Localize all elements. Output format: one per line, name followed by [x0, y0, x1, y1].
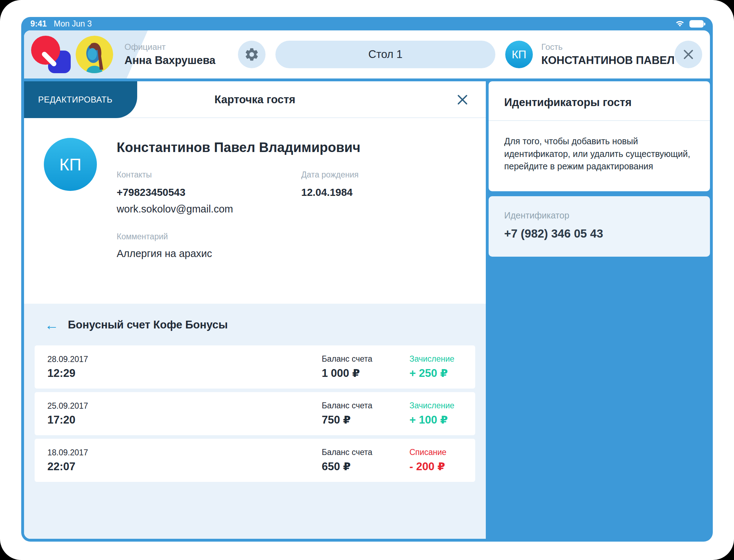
guest-name: КОНСТАНТИНОВ ПАВЕЛ [541, 54, 675, 67]
contacts-label: Контакты [117, 170, 301, 180]
guest-comment: Аллергия на арахис [117, 248, 360, 259]
operation-label: Списание [409, 448, 462, 457]
bonus-title: Бонусный счет Кофе Бонусы [68, 319, 228, 331]
guest-email: work.sokolov@gmail.com [117, 203, 301, 215]
header-close-button[interactable] [675, 41, 702, 68]
waiter-name: Анна Вахрушева [124, 54, 215, 67]
status-date: Mon Jun 3 [54, 19, 92, 29]
guest-avatar[interactable]: КП [505, 41, 533, 68]
guest-label: Гость [541, 42, 675, 52]
close-icon [455, 93, 471, 107]
logo-circle-shape [31, 36, 60, 65]
balance-value: 1 000 ₽ [322, 367, 409, 380]
bonus-transactions-list: 28.09.2017 12:29 Баланс счета 1 000 ₽ За… [35, 345, 475, 482]
operation-label: Зачисление [409, 354, 462, 364]
battery-icon [689, 20, 704, 28]
transaction-time: 12:29 [47, 367, 322, 380]
table-button[interactable]: Стол 1 [275, 41, 495, 68]
status-time: 9:41 [30, 19, 47, 29]
back-arrow-icon[interactable]: ← [45, 318, 59, 332]
gear-icon [244, 47, 260, 62]
device-screen: 9:41 Mon Jun 3 [0, 0, 734, 560]
balance-value: 750 ₽ [322, 413, 409, 426]
transaction-date: 28.09.2017 [47, 355, 322, 364]
bonus-section: ← Бонусный счет Кофе Бонусы 28.09.2017 1… [24, 304, 486, 539]
comment-label: Комментарий [117, 232, 360, 241]
identifiers-title: Идентификаторы гостя [489, 81, 710, 121]
identifier-item[interactable]: Идентификатор +7 (982) 346 05 43 [489, 196, 710, 257]
identifier-value: +7 (982) 346 05 43 [504, 227, 694, 240]
status-bar: 9:41 Mon Jun 3 [21, 17, 713, 30]
guest-full-name: Константинов Павел Владимирович [117, 140, 360, 155]
transaction-time: 22:07 [47, 460, 322, 473]
transaction-date: 25.09.2017 [47, 401, 322, 411]
balance-label: Баланс счета [322, 401, 409, 410]
guest-card-header: РЕДАКТИРОВАТЬ Карточка гостя [24, 81, 486, 118]
guest-info-section: КП Константинов Павел Владимирович Конта… [24, 118, 486, 304]
identifiers-card: Идентификаторы гостя Для того, чтобы доб… [489, 81, 710, 191]
guest-phone: +79823450543 [117, 187, 301, 198]
identifiers-description: Для того, чтобы добавить новый идентифик… [489, 121, 710, 191]
operation-amount: + 250 ₽ [409, 367, 462, 380]
waiter-info: Официант Анна Вахрушева [124, 42, 215, 67]
settings-button[interactable] [238, 41, 266, 68]
waiter-label: Официант [124, 42, 215, 52]
header: Официант Анна Вахрушева Стол 1 КП Гость … [24, 30, 710, 78]
balance-label: Баланс счета [322, 448, 409, 457]
transaction-row[interactable]: 25.09.2017 17:20 Баланс счета 750 ₽ Зачи… [35, 392, 475, 435]
close-icon [682, 48, 695, 61]
guest-birth-date: 12.04.1984 [301, 187, 359, 198]
guest-info: Гость КОНСТАНТИНОВ ПАВЕЛ [541, 42, 675, 67]
identifiers-panel: Идентификаторы гостя Для того, чтобы доб… [489, 81, 710, 539]
waiter-avatar[interactable] [76, 36, 113, 73]
app-logo-icon[interactable] [31, 36, 71, 73]
wifi-icon [675, 19, 685, 28]
transaction-date: 18.09.2017 [47, 448, 322, 457]
balance-value: 650 ₽ [322, 460, 409, 473]
identifier-label: Идентификатор [504, 210, 694, 221]
app-window: 9:41 Mon Jun 3 [21, 17, 713, 542]
balance-label: Баланс счета [322, 354, 409, 364]
transaction-time: 17:20 [47, 414, 322, 426]
guest-card-panel: РЕДАКТИРОВАТЬ Карточка гостя КП Констант… [24, 81, 486, 539]
operation-amount: - 200 ₽ [409, 460, 462, 473]
operation-label: Зачисление [409, 401, 462, 410]
guest-card-avatar: КП [44, 138, 97, 191]
edit-button[interactable]: РЕДАКТИРОВАТЬ [24, 81, 137, 118]
birth-date-label: Дата рождения [301, 170, 359, 180]
content-area: РЕДАКТИРОВАТЬ Карточка гостя КП Констант… [24, 81, 710, 539]
transaction-row[interactable]: 18.09.2017 22:07 Баланс счета 650 ₽ Спис… [35, 439, 475, 482]
operation-amount: + 100 ₽ [409, 413, 462, 426]
transaction-row[interactable]: 28.09.2017 12:29 Баланс счета 1 000 ₽ За… [35, 345, 475, 389]
guest-card-close-button[interactable] [455, 92, 471, 107]
